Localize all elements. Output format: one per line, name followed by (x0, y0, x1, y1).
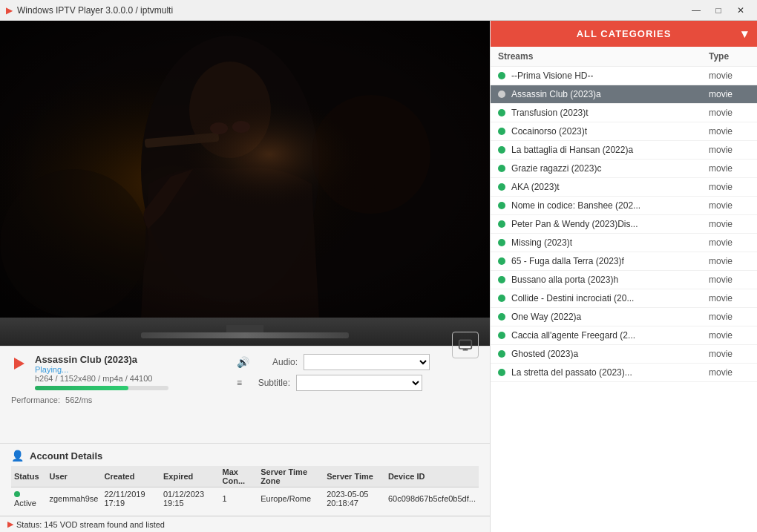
audio-label: Audio: (257, 357, 298, 367)
video-area (0, 21, 490, 318)
account-row: Active zgemmah9se 22/11/2019 17:19 01/12… (11, 487, 479, 510)
stream-type: movie (709, 126, 750, 137)
stream-item[interactable]: Grazie ragazzi (2023)cmovie (491, 160, 757, 178)
stream-status-dot (498, 332, 505, 339)
close-button[interactable]: ✕ (730, 2, 751, 19)
stream-status-dot (498, 202, 505, 209)
status-dot (14, 491, 20, 497)
status-text: Status: 145 VOD stream found and listed (16, 520, 165, 529)
stream-name: Ghosted (2023)a (511, 349, 709, 359)
stream-type: movie (709, 293, 750, 303)
stream-item[interactable]: Caccia all'agente Freegard (2...movie (491, 326, 757, 345)
stream-name: Collide - Destini incrociati (20... (511, 293, 709, 303)
col-maxcon: Max Con... (220, 466, 258, 487)
stream-status-dot (498, 257, 505, 265)
stream-type: movie (709, 163, 750, 174)
stream-item[interactable]: La stretta del passato (2023)...movie (491, 364, 757, 382)
stream-item[interactable]: Nome in codice: Banshee (202...movie (491, 197, 757, 215)
stream-name: 65 - Fuga dalla Terra (2023)f (511, 256, 709, 266)
stream-name: Assassin Club (2023)a (511, 89, 709, 99)
stream-item[interactable]: AKA (2023)tmovie (491, 178, 757, 197)
subtitle-control-row: ≡ Subtitle: (237, 375, 430, 391)
stream-type: movie (709, 108, 750, 118)
stream-type: movie (709, 145, 750, 155)
stream-item[interactable]: La battaglia di Hansan (2022)amovie (491, 141, 757, 160)
col-status: Status (11, 466, 46, 487)
stream-name: La stretta del passato (2023)... (511, 367, 709, 378)
stream-item[interactable]: Bussano alla porta (2023)hmovie (491, 271, 757, 289)
audio-control-row: 🔊 Audio: (237, 354, 430, 370)
subtitle-label: Subtitle: (249, 378, 290, 388)
stream-type: movie (709, 237, 750, 248)
category-chevron-icon[interactable]: ▾ (741, 27, 748, 41)
minimize-button[interactable]: — (686, 2, 707, 19)
stream-name: Nome in codice: Banshee (202... (511, 200, 709, 211)
maximize-button[interactable]: □ (708, 2, 729, 19)
stream-name: Missing (2023)t (511, 237, 709, 248)
main-content: Assassin Club (2023)a Playing... h264 / … (0, 21, 757, 532)
play-button[interactable] (11, 355, 27, 372)
svg-point-10 (0, 169, 148, 318)
left-panel: Assassin Club (2023)a Playing... h264 / … (0, 21, 490, 532)
svg-rect-11 (459, 340, 472, 349)
stream-type: movie (709, 312, 750, 322)
account-icon: 👤 (11, 450, 24, 462)
category-label: ALL CATEGORIES (577, 28, 672, 39)
stream-item[interactable]: Peter Pan & Wendy (2023)Dis...movie (491, 215, 757, 234)
cast-button[interactable] (452, 332, 479, 358)
stream-type: movie (709, 349, 750, 359)
window-controls: — □ ✕ (686, 2, 751, 19)
app-title: Windows IPTV Player 3.0.0.0 / iptvmulti (17, 5, 686, 16)
stream-type: movie (709, 367, 750, 378)
tv-stand (0, 318, 490, 346)
stream-type: movie (709, 200, 750, 211)
stream-item[interactable]: Collide - Destini incrociati (20...movie (491, 289, 757, 308)
servertime-cell: 2023-05-05 20:18:47 (324, 487, 385, 510)
expired-cell: 01/12/2023 19:15 (160, 487, 220, 510)
progress-fill (35, 386, 128, 390)
stream-type: movie (709, 256, 750, 266)
user-cell: zgemmah9se (46, 487, 101, 510)
subtitle-select[interactable] (296, 375, 422, 391)
streams-col-type: Type (709, 51, 750, 62)
stream-type: movie (709, 330, 750, 341)
stream-type: movie (709, 89, 750, 99)
stream-name: One Way (2022)a (511, 312, 709, 322)
stream-type: movie (709, 70, 750, 81)
status-arrow-icon: ▶ (7, 519, 13, 529)
stream-status-dot (498, 369, 505, 376)
stream-name: Grazie ragazzi (2023)c (511, 163, 709, 174)
timezone-cell: Europe/Rome (258, 487, 324, 510)
stream-status-dot (498, 72, 505, 79)
stream-item[interactable]: Transfusion (2023)tmovie (491, 104, 757, 122)
stream-name: La battaglia di Hansan (2022)a (511, 145, 709, 155)
stream-item[interactable]: --Prima Visione HD--movie (491, 67, 757, 85)
account-header: 👤 Account Details (11, 450, 479, 462)
streams-list[interactable]: --Prima Visione HD--movieAssassin Club (… (491, 67, 757, 532)
progress-bar[interactable] (35, 386, 168, 390)
track-title: Assassin Club (2023)a (35, 354, 214, 365)
stream-item[interactable]: Ghosted (2023)amovie (491, 345, 757, 364)
stream-status-dot (498, 91, 505, 98)
stream-name: Peter Pan & Wendy (2023)Dis... (511, 219, 709, 229)
stream-name: Transfusion (2023)t (511, 108, 709, 118)
stream-status-dot (498, 350, 505, 358)
stream-item[interactable]: Assassin Club (2023)amovie (491, 85, 757, 104)
performance-row: Performance: 562/ms (11, 395, 479, 404)
audio-select[interactable] (304, 354, 430, 370)
stream-item[interactable]: Cocainorso (2023)tmovie (491, 122, 757, 141)
stream-item[interactable]: 65 - Fuga dalla Terra (2023)fmovie (491, 252, 757, 271)
stream-item[interactable]: Missing (2023)tmovie (491, 234, 757, 252)
col-timezone: Server Time Zone (258, 466, 324, 487)
stream-item[interactable]: One Way (2022)amovie (491, 308, 757, 326)
stream-status-dot (498, 183, 505, 191)
track-info: Assassin Club (2023)a Playing... h264 / … (35, 354, 214, 390)
account-section: 👤 Account Details Status User Created Ex… (0, 443, 490, 516)
stream-type: movie (709, 182, 750, 192)
account-header-label: Account Details (30, 450, 102, 462)
maxcon-cell: 1 (220, 487, 258, 510)
stream-status-dot (498, 165, 505, 172)
stream-type: movie (709, 219, 750, 229)
stream-status-dot (498, 220, 505, 228)
play-icon (14, 358, 24, 370)
